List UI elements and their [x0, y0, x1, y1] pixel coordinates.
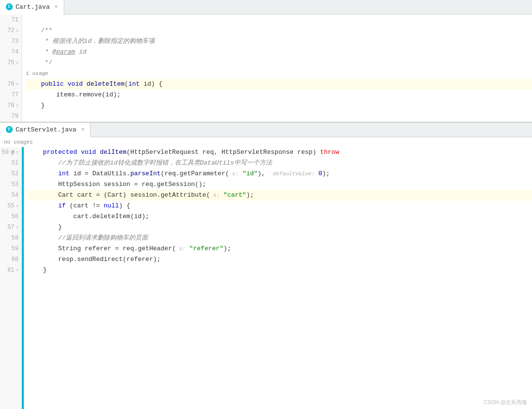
- line-row-58: 58: [0, 233, 21, 243]
- kw-public: public: [26, 79, 68, 90]
- code-line-76: public void deleteItem(int id) {: [26, 79, 532, 90]
- tab-icon-servlet: C: [6, 126, 13, 133]
- throw-keyword: throw: [320, 147, 339, 158]
- line-num-56: 56: [12, 213, 18, 220]
- code-s54b: );: [246, 190, 254, 201]
- s52-end: );: [322, 168, 330, 179]
- line-row-75: 75 ▽: [0, 57, 21, 68]
- comment-s51: //为了防止接收的id转化成数字时报错，在工具类DataUtils中写一个方法: [28, 158, 272, 168]
- tab-close-cart[interactable]: ×: [55, 4, 58, 10]
- str-referer: "referer": [185, 243, 223, 254]
- fold-icon-50[interactable]: ▽: [16, 150, 18, 155]
- line-num-75: 75: [7, 59, 14, 66]
- code-s59a: String referer = req.getHeader(: [28, 243, 176, 254]
- watermark: CSDN @吉风秀隆: [484, 399, 527, 406]
- tab-label-cart: Cart.java: [16, 3, 50, 11]
- line-num-73: 73: [12, 38, 18, 45]
- fold-icon-76[interactable]: ▽: [16, 82, 18, 87]
- tab-close-servlet[interactable]: ×: [81, 127, 85, 132]
- hint-s3: s:: [176, 243, 185, 254]
- code-line-s61: }: [28, 265, 532, 276]
- top-tab-bar: C Cart.java ×: [0, 0, 532, 15]
- line-row-59: 59: [0, 243, 21, 254]
- param-id: id: [144, 79, 151, 90]
- line-num-53: 53: [12, 181, 18, 188]
- cart-java-code-lines: /** * 根据传入的id，删除指定的购物车项 * @param id */: [22, 15, 532, 122]
- kw-if: if: [28, 201, 70, 211]
- comment-s58: //返回到请求删除购物车的页面: [28, 233, 148, 243]
- code-line-s55: if (cart != null) {: [28, 201, 532, 211]
- paren-close: ) {: [151, 79, 163, 90]
- paren-open: (: [125, 79, 128, 90]
- code-line-usage: 1 usage: [26, 68, 532, 79]
- line-row-52: 52: [0, 168, 21, 179]
- s52-paren: (req.getParameter(: [161, 168, 229, 179]
- line-num-57: 57: [7, 224, 14, 231]
- code-line-79: [26, 111, 532, 122]
- kw-void: void: [68, 79, 87, 90]
- kw-int: int: [128, 79, 144, 90]
- method-parseInt: parseInt: [130, 168, 161, 179]
- code-s59b: );: [223, 243, 231, 254]
- method-deleteItem: deleteItem: [87, 79, 125, 90]
- tab-label-servlet: CartServlet.java: [16, 126, 76, 133]
- line-row-74: 74: [0, 47, 21, 57]
- line-num-59: 59: [12, 245, 18, 252]
- comment-doc-72: /**: [26, 25, 53, 36]
- fold-icon-75[interactable]: ▽: [16, 60, 18, 66]
- fold-icon-61[interactable]: ▽: [16, 268, 18, 273]
- code-line-s58: //返回到请求删除购物车的页面: [28, 233, 532, 243]
- line-row-60: 60: [0, 254, 21, 265]
- code-line-73: * 根据传入的id，删除指定的购物车项: [26, 36, 532, 47]
- line-row-79: 79: [0, 111, 21, 122]
- kw-protected: protected: [28, 147, 81, 158]
- code-77: items.remove(id);: [26, 90, 121, 100]
- line-row-50: 50 @ ▽: [0, 147, 21, 158]
- line-num-51: 51: [12, 160, 18, 167]
- line-row-76: 76 ▽: [0, 79, 21, 90]
- cart-servlet-wrapper: C CartServlet.java × no usages 50 @ ▽: [0, 123, 532, 409]
- code-s60: resp.sendRedirect(referer);: [28, 254, 161, 265]
- code-s55: (cart !=: [70, 201, 104, 211]
- fold-icon-57[interactable]: ▽: [16, 225, 18, 230]
- line-num-60: 60: [12, 256, 18, 263]
- code-line-s56: cart.deleteItem(id);: [28, 211, 532, 222]
- cart-java-section: 71 72 ▽ 73 74 75 ▽: [0, 15, 532, 123]
- fold-icon-55[interactable]: ▽: [16, 204, 18, 209]
- line-row-55: 55 ▽: [0, 201, 21, 211]
- kw-null: null: [104, 201, 119, 211]
- code-s55b: ) {: [119, 201, 130, 211]
- line-row-61: 61 ▽: [0, 265, 21, 276]
- annotation-50: @: [11, 149, 15, 155]
- tab-cart-java[interactable]: C Cart.java ×: [0, 0, 64, 15]
- cart-servlet-code: 50 @ ▽ 51 52 53 54: [0, 147, 532, 409]
- code-line-78: }: [26, 100, 532, 111]
- code-line-s53: HttpSession session = req.getSession();: [28, 179, 532, 190]
- line-num-58: 58: [12, 235, 18, 242]
- line-row-57: 57 ▽: [0, 222, 21, 233]
- servlet-code-area: protected void delItem(HttpServletReques…: [22, 147, 532, 409]
- line-row-51: 51: [0, 158, 21, 168]
- servlet-code-lines: protected void delItem(HttpServletReques…: [24, 147, 532, 409]
- tab-icon-cart: C: [6, 3, 13, 10]
- fold-icon-72[interactable]: ▽: [16, 28, 18, 34]
- tab-cart-servlet[interactable]: C CartServlet.java ×: [0, 123, 91, 137]
- code-line-s50: protected void delItem(HttpServletReques…: [28, 147, 532, 158]
- code-s56: cart.deleteItem(id);: [28, 211, 149, 222]
- kw-void2: void: [81, 147, 100, 158]
- line-num-71: 71: [12, 17, 18, 23]
- comment-doc-75: */: [26, 57, 53, 68]
- code-line-s51: //为了防止接收的id转化成数字时报错，在工具类DataUtils中写一个方法: [28, 158, 532, 168]
- line-num-79: 79: [12, 113, 18, 120]
- line-num-55: 55: [7, 203, 14, 209]
- code-line-s57: }: [28, 222, 532, 233]
- servlet-line-numbers: 50 @ ▽ 51 52 53 54: [0, 147, 22, 409]
- line-row-72: 72 ▽: [0, 25, 21, 36]
- code-line-77: items.remove(id);: [26, 90, 532, 100]
- line-row-71: 71: [0, 15, 21, 25]
- line-num-50: 50: [2, 149, 9, 156]
- code-line-s54: Cart cart = (Cart) session.getAttribute(…: [28, 190, 532, 201]
- code-s53: HttpSession session = req.getSession();: [28, 179, 206, 190]
- hint-s2: s:: [210, 190, 220, 201]
- fold-icon-78[interactable]: ▽: [16, 103, 18, 109]
